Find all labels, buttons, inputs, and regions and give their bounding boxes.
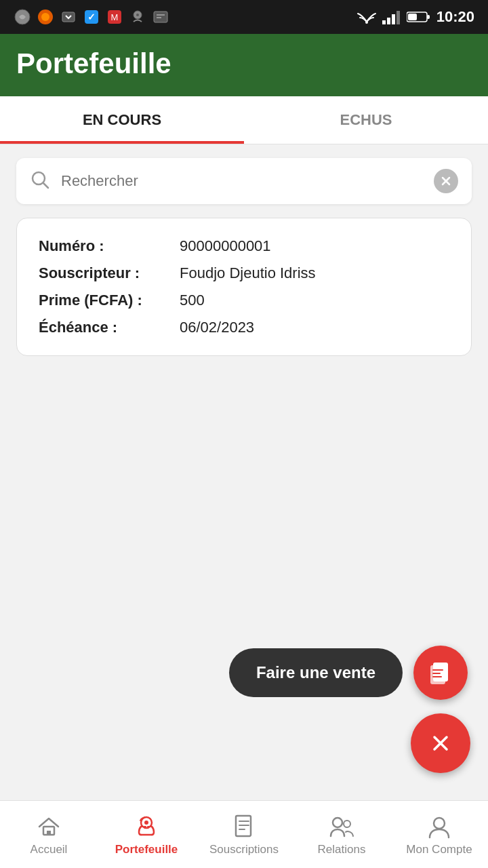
app-icon-2 — [37, 8, 54, 26]
app-header: Portefeuille — [0, 34, 488, 96]
svg-rect-10 — [154, 12, 167, 22]
document-icon — [230, 813, 258, 840]
time-display: 10:20 — [436, 8, 474, 26]
bottom-navigation: Accueil Portefeuille Souscriptions — [0, 800, 488, 868]
fab-close-button[interactable] — [411, 713, 470, 773]
nav-label-mon-compte: Mon Compte — [406, 843, 472, 856]
svg-text:✓: ✓ — [87, 12, 96, 22]
svg-point-2 — [41, 13, 49, 21]
status-icons-left: ✓ M — [14, 8, 169, 26]
echeance-value: 06/02/2023 — [180, 319, 254, 336]
faire-vente-row: Faire une vente — [229, 646, 468, 700]
nav-label-souscriptions: Souscriptions — [209, 843, 279, 856]
contract-numero-row: Numéro : 90000000001 — [39, 237, 449, 255]
numero-label: Numéro : — [39, 237, 174, 255]
svg-rect-25 — [430, 665, 445, 684]
nav-label-relations: Relations — [318, 843, 366, 856]
wallet-icon — [133, 813, 160, 840]
tabs-bar: EN COURS ECHUS — [0, 96, 488, 144]
tab-en-cours[interactable]: EN COURS — [0, 96, 244, 144]
home-icon — [35, 813, 62, 840]
fab-document-button[interactable] — [413, 646, 468, 700]
app-icon-7 — [152, 8, 169, 26]
contract-prime-row: Prime (FCFA) : 500 — [39, 292, 449, 309]
app-title: Portefeuille — [16, 47, 171, 79]
nav-item-accueil[interactable]: Accueil — [0, 801, 98, 868]
svg-rect-14 — [392, 14, 395, 24]
status-icons-right: 10:20 — [357, 8, 474, 26]
app-icon-6 — [129, 8, 146, 26]
souscripteur-label: Souscripteur : — [39, 264, 174, 282]
svg-point-32 — [144, 821, 148, 825]
fab-container: Faire une vente — [229, 646, 468, 773]
svg-rect-3 — [62, 12, 75, 22]
nav-label-portefeuille: Portefeuille — [115, 843, 178, 856]
app-icon-4: ✓ — [83, 8, 100, 26]
svg-rect-17 — [427, 15, 430, 19]
nav-item-relations[interactable]: Relations — [293, 801, 390, 868]
search-clear-button[interactable] — [434, 169, 458, 193]
contract-card[interactable]: Numéro : 90000000001 Souscripteur : Foud… — [16, 218, 472, 356]
svg-point-11 — [365, 21, 368, 24]
main-content: Numéro : 90000000001 Souscripteur : Foud… — [0, 144, 488, 800]
signal-icon — [382, 9, 401, 24]
tab-echus[interactable]: ECHUS — [244, 96, 488, 144]
nav-label-accueil: Accueil — [30, 843, 68, 856]
svg-point-34 — [333, 818, 342, 827]
search-icon — [30, 170, 50, 193]
svg-text:M: M — [111, 12, 119, 22]
svg-line-20 — [43, 183, 48, 188]
prime-value: 500 — [180, 292, 205, 309]
contract-echeance-row: Échéance : 06/02/2023 — [39, 319, 449, 336]
echeance-label: Échéance : — [39, 319, 174, 336]
app-icon-3 — [60, 8, 77, 26]
svg-point-36 — [434, 818, 445, 829]
svg-rect-30 — [47, 831, 51, 835]
nav-item-souscriptions[interactable]: Souscriptions — [195, 801, 293, 868]
svg-rect-15 — [396, 11, 400, 24]
svg-rect-12 — [382, 20, 386, 24]
battery-icon — [407, 11, 431, 23]
prime-label: Prime (FCFA) : — [39, 292, 174, 309]
svg-point-35 — [344, 821, 350, 827]
souscripteur-value: Foudjo Djeutio Idriss — [180, 264, 316, 282]
search-container — [16, 158, 472, 204]
status-bar: ✓ M — [0, 0, 488, 34]
app-icon-1 — [14, 8, 31, 26]
numero-value: 90000000001 — [180, 237, 271, 255]
svg-point-9 — [136, 14, 139, 16]
app-icon-5: M — [106, 8, 123, 26]
svg-rect-18 — [408, 14, 417, 20]
relations-icon — [328, 813, 355, 840]
search-input[interactable] — [61, 172, 434, 190]
account-icon — [426, 813, 453, 840]
faire-vente-button[interactable]: Faire une vente — [229, 648, 403, 697]
svg-rect-13 — [387, 18, 390, 24]
contract-souscripteur-row: Souscripteur : Foudjo Djeutio Idriss — [39, 264, 449, 282]
nav-item-mon-compte[interactable]: Mon Compte — [390, 801, 488, 868]
nav-item-portefeuille[interactable]: Portefeuille — [98, 801, 195, 868]
wifi-icon — [357, 9, 377, 24]
